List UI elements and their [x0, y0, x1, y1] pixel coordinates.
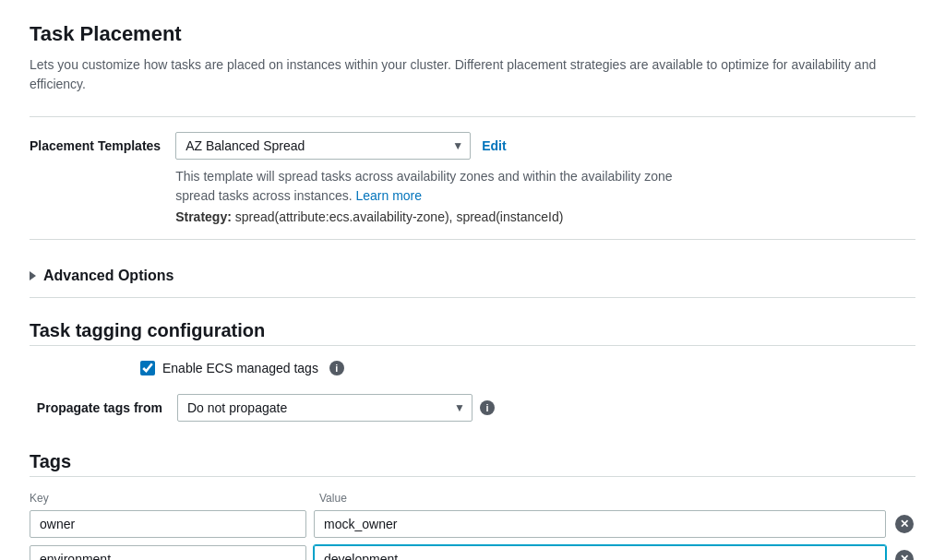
- tag-value-input-1[interactable]: [314, 510, 886, 538]
- template-description-text: This template will spread tasks across a…: [175, 169, 672, 203]
- template-description: This template will spread tasks across a…: [175, 167, 692, 206]
- strategy-value: spread(attribute:ecs.availability-zone),…: [235, 209, 564, 224]
- divider-2: [30, 239, 915, 240]
- enable-managed-tags-row: Enable ECS managed tags i: [140, 361, 915, 375]
- tag-value-input-2[interactable]: [314, 545, 886, 560]
- advanced-options-row[interactable]: Advanced Options: [30, 255, 915, 297]
- chevron-right-icon: [30, 271, 36, 280]
- divider-3: [30, 297, 915, 298]
- advanced-options-label: Advanced Options: [43, 268, 173, 284]
- page-title: Task Placement: [30, 22, 915, 46]
- placement-label: Placement Templates: [30, 132, 175, 156]
- remove-tag-icon-2: ✕: [895, 550, 914, 560]
- propagate-tags-row: Propagate tags from Do not propagate Tas…: [30, 394, 915, 422]
- remove-tag-button-2[interactable]: ✕: [893, 548, 915, 560]
- page-description: Lets you customize how tasks are placed …: [30, 55, 915, 94]
- tag-row: ✕: [30, 510, 915, 538]
- strategy-text: Strategy: spread(attribute:ecs.availabil…: [175, 209, 915, 224]
- placement-templates-row: Placement Templates AZ Balanced Spread A…: [30, 132, 915, 224]
- tags-key-header: Key: [30, 492, 316, 505]
- divider-4: [30, 345, 915, 346]
- tags-section-title: Tags: [30, 444, 915, 472]
- tag-key-input-1[interactable]: [30, 510, 306, 538]
- tag-key-input-2[interactable]: [30, 545, 306, 560]
- remove-tag-icon-1: ✕: [895, 515, 914, 533]
- learn-more-link[interactable]: Learn more: [355, 188, 422, 203]
- strategy-prefix: Strategy:: [175, 209, 232, 224]
- enable-managed-tags-label: Enable ECS managed tags: [162, 361, 318, 375]
- tags-header: Key Value: [30, 492, 915, 505]
- placement-content: AZ Balanced Spread AZ Balanced BinPack B…: [175, 132, 915, 224]
- propagate-select-wrapper: Do not propagate Task definition Service…: [177, 394, 472, 422]
- divider-1: [30, 116, 915, 117]
- placement-select-wrapper: AZ Balanced Spread AZ Balanced BinPack B…: [175, 132, 471, 160]
- divider-5: [30, 476, 915, 477]
- tags-section: Tags Key Value ✕ ✕: [30, 444, 915, 560]
- tags-value-header: Value: [316, 492, 915, 505]
- placement-select-row: AZ Balanced Spread AZ Balanced BinPack B…: [175, 132, 915, 160]
- enable-managed-tags-checkbox[interactable]: [140, 361, 155, 375]
- tagging-section-title: Task tagging configuration: [30, 313, 915, 341]
- tag-row: ✕: [30, 545, 915, 560]
- propagate-label: Propagate tags from: [30, 400, 177, 415]
- placement-edit-link[interactable]: Edit: [482, 138, 506, 153]
- tagging-section: Task tagging configuration Enable ECS ma…: [30, 313, 915, 422]
- propagate-select[interactable]: Do not propagate Task definition Service: [177, 394, 472, 422]
- remove-tag-button-1[interactable]: ✕: [893, 513, 915, 535]
- propagate-info-icon[interactable]: i: [480, 400, 495, 415]
- placement-template-select[interactable]: AZ Balanced Spread AZ Balanced BinPack B…: [175, 132, 471, 160]
- managed-tags-info-icon[interactable]: i: [329, 361, 344, 375]
